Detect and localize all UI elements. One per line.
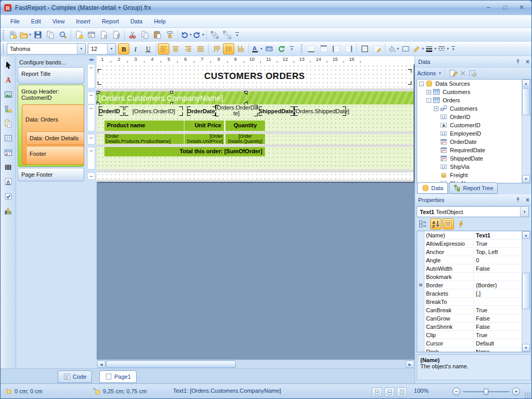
collapse-icon[interactable]: - [427,98,431,103]
subreport-tool-button[interactable] [2,117,15,130]
tab-data[interactable]: Data [417,182,448,194]
menu-item-help[interactable]: Help [148,16,171,26]
zoom-slider-thumb[interactable] [484,389,488,395]
toolbar-overflow-button[interactable]: ▾ [234,30,240,40]
format-valign-bottom-button[interactable] [234,43,247,55]
toolbar-preview-button[interactable] [57,29,69,41]
tree-item-requireddate[interactable]: RequiredDate [417,146,530,154]
chevron-down-icon[interactable]: ▾ [190,33,192,37]
order-field-expression[interactable]: [Orders.ShippedDate] [294,107,346,116]
tree-item-customerid[interactable]: ACustomerID [417,121,530,129]
property-row-canbreak[interactable]: CanBreakTrue [417,306,530,314]
picture-tool-button[interactable] [2,88,15,101]
close-button[interactable]: ✕ [516,3,527,12]
chevron-down-icon[interactable]: ▾ [29,33,31,37]
tab-code[interactable]: Code [58,370,92,383]
order-field-expression[interactable]: [Orders.OrderID] [125,107,183,116]
font-size-combo[interactable]: 12 ▾ [88,43,116,55]
toolbar-new-page-button[interactable] [73,29,85,41]
band-collapse-cell[interactable]: – [87,104,95,131]
minimize-button[interactable]: – [483,3,494,12]
band-footer[interactable]: Footer [26,146,84,165]
pin-icon[interactable] [514,58,522,65]
page-width-view-button[interactable] [384,388,394,397]
format-rotate-button[interactable] [275,43,288,55]
data-orders-band[interactable]: OrderID[Orders.OrderID]OrderDate[Orders.… [97,104,414,131]
chevron-down-icon[interactable]: ▾ [397,47,399,51]
toolbar-new-report-button[interactable] [7,29,19,41]
property-row-allowexpressio[interactable]: AllowExpressioTrue [417,240,530,248]
format-border-left-button[interactable] [330,43,342,55]
chevron-down-icon[interactable]: ▾ [260,47,262,51]
toolbar-overflow-button[interactable]: ▾ [289,44,295,54]
whole-page-view-button[interactable] [372,388,382,397]
toolbar-format-painter-button[interactable] [164,29,176,41]
scroll-down-icon[interactable]: ▼ [522,175,530,183]
order-field-label[interactable]: OrderID [99,107,124,116]
total-row-cell[interactable]: Total this order: [SumOfOrder] [104,147,265,156]
chevron-down-icon[interactable]: ▾ [520,207,528,217]
panel-splitter[interactable]: ◂|▸ [86,57,97,62]
menu-item-report[interactable]: Report [96,16,125,26]
band-collapse-cell[interactable]: – [87,147,95,169]
tree-item-customers[interactable]: +Customers [417,88,530,96]
band-collapse-cell[interactable]: – [87,134,95,144]
property-row-dock[interactable]: DockNone [417,348,530,352]
tree-item-data sources[interactable]: -Data Sources [417,79,530,88]
maximize-button[interactable]: □ [499,3,511,12]
richtext-tool-button[interactable]: A [2,176,15,188]
band-page-footer[interactable]: Page Footer [18,168,84,181]
property-row-cangrow[interactable]: CanGrowFalse [417,314,530,323]
group-header-band[interactable]: [Orders.Customers.CompanyName] [97,91,414,104]
pin-icon[interactable] [514,196,522,204]
band-collapse-cell[interactable]: – [87,172,95,180]
tree-item-orderid[interactable]: 12OrderID [417,113,530,121]
format-align-center-button[interactable] [169,43,182,55]
normal-view-button[interactable] [397,388,407,397]
tree-item-orderdate[interactable]: OrderDate [417,138,530,146]
format-line-width-button[interactable]: ▾ [424,43,437,55]
toolbar-cut-button[interactable] [126,29,139,41]
zoom-slider[interactable] [463,391,510,392]
band-collapse-cell[interactable]: – [87,64,95,88]
edit-datasource-icon[interactable] [449,69,457,77]
format-line-style-button[interactable]: ▾ [437,43,449,55]
zoom-out-button[interactable]: − [453,388,460,395]
tree-item-employeeid[interactable]: 12EmployeeID [417,129,530,138]
chevron-down-icon[interactable]: ▾ [202,33,204,37]
property-row-bookmark[interactable]: Bookmark [417,273,530,281]
toolbar-grip[interactable] [3,30,4,39]
band-report-title[interactable]: Report Title [18,67,84,84]
selection-handle[interactable] [170,91,173,94]
table-data-cell[interactable]: [Order Details.UnitPrice] [184,134,224,144]
footer-band[interactable]: Total this order: [SumOfOrder] [97,147,414,169]
toolbar-grip[interactable] [3,44,4,54]
expand-icon[interactable]: ⊞ [417,281,424,289]
menu-item-file[interactable]: File [5,16,25,26]
chevron-down-icon[interactable]: ▾ [422,47,424,51]
scrollbar-thumb[interactable] [522,88,530,115]
collapse-icon[interactable]: - [419,82,424,86]
property-grid-scrollbar[interactable]: ▲ ▼ [522,231,530,352]
table-data-cell[interactable]: [Order Details.Quantity] [225,134,265,144]
design-canvas[interactable]: CUSTOMERS ORDERS[Orders.Customers.Compan… [97,64,415,360]
format-font-color-button[interactable]: A▾ [250,43,263,55]
close-icon[interactable]: × [526,58,529,65]
chevron-down-icon[interactable]: ▾ [439,71,441,75]
toolbar-open-button[interactable]: ▾ [19,29,32,41]
format-line-color-button[interactable]: ▾ [412,43,424,55]
order-field-label[interactable]: OrderDate [187,107,216,116]
toolbar-save-button[interactable] [32,29,44,41]
actions-menu-button[interactable]: Actions [417,70,436,76]
format-valign-center-button[interactable] [223,43,234,55]
tab-page1[interactable]: Page1 [99,370,137,383]
design-surface[interactable]: 12345678910111213141516 CUSTOMERS ORDERS… [97,56,415,368]
text-tool-button[interactable]: A [2,74,15,86]
report-page[interactable]: CUSTOMERS ORDERS[Orders.Customers.Compan… [97,64,414,182]
format-italic-button[interactable]: I [129,43,142,55]
toolbar-redo-button[interactable]: ▾ [192,29,205,41]
zoom-in-button[interactable]: + [512,388,520,395]
selection-handle[interactable] [245,91,247,94]
format-border-edit-button[interactable] [371,43,383,55]
expand-icon[interactable]: + [434,107,438,111]
